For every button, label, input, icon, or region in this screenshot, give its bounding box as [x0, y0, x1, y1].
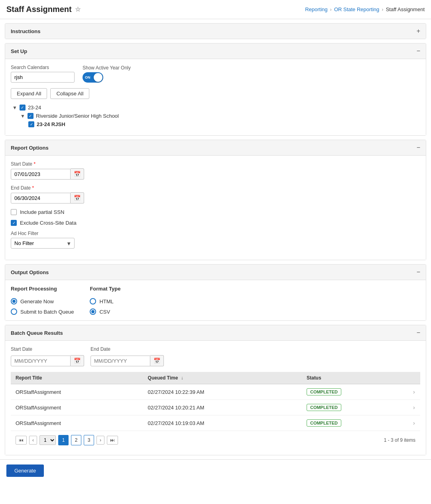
search-calendars-input[interactable]: [11, 72, 75, 83]
cell-arrow-2[interactable]: ›: [408, 415, 420, 431]
row-arrow-0: ›: [413, 389, 415, 395]
cell-arrow-0[interactable]: ›: [408, 384, 420, 400]
table-header-row: Report Title Queued Time ↓ Status: [11, 372, 420, 384]
prev-page-button[interactable]: ‹: [29, 436, 37, 445]
report-options-toggle[interactable]: −: [417, 144, 420, 151]
page-2-button[interactable]: 2: [71, 435, 81, 445]
status-badge-2: COMPLETED: [307, 419, 341, 427]
page-3-button[interactable]: 3: [84, 435, 94, 445]
include-ssn-row: Include partial SSN: [11, 209, 420, 215]
first-page-button[interactable]: ⏮: [16, 436, 27, 445]
last-page-button[interactable]: ⏭: [107, 436, 118, 445]
ad-hoc-select-wrap: No Filter ▼: [11, 238, 75, 249]
school-arrow[interactable]: ▼: [20, 113, 25, 119]
submit-batch-radio[interactable]: [11, 308, 17, 315]
start-date-group: Start Date * 📅: [11, 161, 420, 180]
generate-now-row: Generate Now: [11, 298, 74, 304]
end-date-label: End Date: [11, 185, 31, 191]
tree-calendar-row: ✓ 23-24 RJSH: [28, 121, 420, 127]
csv-label: CSV: [99, 309, 110, 315]
report-options-body: Start Date * 📅 End Date * 📅: [5, 156, 426, 260]
batch-queue-header[interactable]: Batch Queue Results −: [5, 325, 426, 341]
breadcrumb-reporting[interactable]: Reporting: [305, 6, 327, 12]
collapse-all-button[interactable]: Collapse All: [50, 88, 89, 99]
include-ssn-checkbox[interactable]: [11, 209, 17, 215]
active-year-toggle-group: Show Active Year Only ON: [83, 65, 131, 83]
start-date-input[interactable]: [11, 169, 71, 180]
format-type-col: Format Type HTML CSV: [90, 286, 120, 315]
table-body: ORStaffAssignment 02/27/2024 10:22:39 AM…: [11, 384, 420, 431]
col-queued-time[interactable]: Queued Time ↓: [143, 372, 302, 384]
page-1-button[interactable]: 1: [58, 435, 69, 445]
html-format-row: HTML: [90, 298, 120, 304]
ad-hoc-group: Ad Hoc Filter No Filter ▼: [11, 231, 420, 249]
next-page-button[interactable]: ›: [96, 436, 104, 445]
year-arrow[interactable]: ▼: [12, 105, 17, 111]
start-date-required: *: [33, 161, 35, 167]
active-year-toggle[interactable]: ON: [83, 72, 103, 83]
generate-now-radio[interactable]: [11, 298, 17, 304]
sort-icon: ↓: [181, 375, 183, 381]
batch-start-date-picker[interactable]: 📅: [71, 355, 84, 366]
search-calendars-label: Search Calendars: [11, 65, 75, 70]
report-processing-col: Report Processing Generate Now Submit to…: [11, 286, 74, 315]
end-date-input[interactable]: [11, 193, 71, 204]
cell-status-0: COMPLETED: [302, 384, 408, 400]
setup-section-header[interactable]: Set Up −: [5, 43, 426, 59]
expand-all-button[interactable]: Expand All: [11, 88, 47, 99]
batch-end-date-input[interactable]: [91, 356, 150, 366]
batch-end-date-label: End Date: [91, 346, 164, 352]
cell-queued-0: 02/27/2024 10:22:39 AM: [143, 384, 302, 400]
instructions-section: Instructions +: [5, 23, 426, 39]
batch-start-date-label: Start Date: [11, 346, 84, 352]
output-options-header[interactable]: Output Options −: [5, 265, 426, 280]
batch-date-filters: Start Date 📅 End Date 📅: [11, 346, 420, 366]
cell-status-2: COMPLETED: [302, 415, 408, 431]
calendar-tree: ▼ ✓ 23-24 ▼ ✓ Riverside Junior/Senior Hi…: [12, 105, 420, 127]
page-title: Staff Assignment: [6, 5, 72, 14]
breadcrumb-or-state[interactable]: OR State Reporting: [334, 6, 379, 12]
csv-radio[interactable]: [90, 308, 96, 315]
exclude-cross-site-checkbox[interactable]: ✓: [11, 220, 17, 226]
breadcrumb-current: Staff Assignment: [386, 6, 425, 12]
generate-button[interactable]: Generate: [6, 464, 44, 477]
report-options-section: Report Options − Start Date * 📅 End Date…: [5, 140, 426, 260]
cell-title-2: ORStaffAssignment: [11, 415, 143, 431]
report-processing-title: Report Processing: [11, 286, 74, 292]
school-checkbox[interactable]: ✓: [28, 113, 33, 119]
batch-queue-body: Start Date 📅 End Date 📅: [5, 341, 426, 455]
generate-now-label: Generate Now: [20, 298, 54, 304]
start-date-picker-button[interactable]: 📅: [71, 168, 84, 180]
html-radio[interactable]: [90, 298, 96, 304]
col-action: [408, 372, 420, 384]
toggle-on-text: ON: [85, 75, 91, 79]
toggle-thumb: [94, 73, 102, 82]
start-date-label: Start Date: [11, 161, 32, 167]
setup-toggle[interactable]: −: [417, 47, 420, 55]
report-options-header[interactable]: Report Options −: [5, 140, 426, 156]
batch-queue-title: Batch Queue Results: [11, 330, 63, 336]
star-icon[interactable]: ☆: [75, 6, 81, 13]
setup-section: Set Up − Search Calendars Show Active Ye…: [5, 43, 426, 136]
batch-queue-toggle[interactable]: −: [417, 329, 420, 336]
output-options-toggle[interactable]: −: [417, 269, 420, 276]
search-calendars-group: Search Calendars: [11, 65, 75, 83]
batch-start-date-input[interactable]: [11, 356, 71, 366]
batch-end-date-picker[interactable]: 📅: [150, 355, 164, 366]
report-options-title: Report Options: [11, 145, 49, 151]
cell-arrow-1[interactable]: ›: [408, 400, 420, 415]
instructions-section-header[interactable]: Instructions +: [5, 24, 426, 39]
setup-title: Set Up: [11, 48, 27, 54]
csv-format-row: CSV: [90, 308, 120, 315]
table-row: ORStaffAssignment 02/27/2024 10:19:03 AM…: [11, 415, 420, 431]
exclude-cross-site-label: Exclude Cross-Site Data: [20, 220, 77, 226]
ad-hoc-select[interactable]: No Filter: [11, 238, 75, 249]
html-label: HTML: [99, 298, 113, 304]
year-checkbox[interactable]: ✓: [20, 105, 26, 111]
end-date-picker-button[interactable]: 📅: [71, 192, 84, 204]
instructions-toggle[interactable]: +: [417, 28, 420, 35]
page-select[interactable]: 1: [39, 435, 56, 445]
page-info: 1 - 3 of 9 items: [384, 437, 415, 443]
output-row: Report Processing Generate Now Submit to…: [11, 286, 420, 315]
calendar-checkbox[interactable]: ✓: [28, 121, 34, 127]
